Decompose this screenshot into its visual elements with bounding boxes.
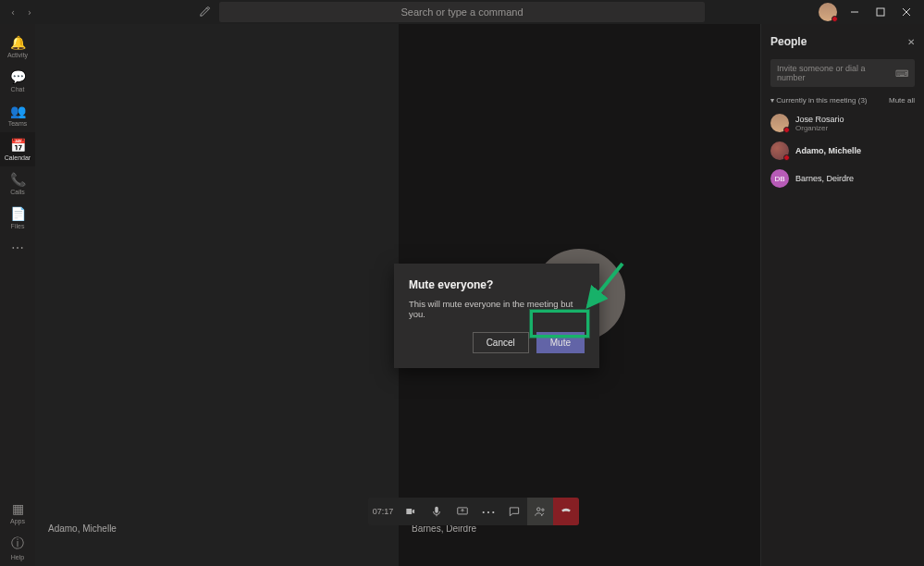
participant-avatar-icon xyxy=(770,142,789,160)
rail-label: Chat xyxy=(11,86,25,92)
rail-label: Activity xyxy=(7,52,28,58)
new-message-icon[interactable] xyxy=(199,5,212,20)
rail-label: Teams xyxy=(8,120,28,127)
dialpad-icon[interactable]: ⌨ xyxy=(895,68,908,79)
nav-forward[interactable]: › xyxy=(22,5,37,19)
section-chevron[interactable]: ▾ Currently in this meeting (3) xyxy=(770,96,868,105)
participant-name: Barnes, Deirdre xyxy=(795,174,854,183)
rail-apps[interactable]: ▦ Apps xyxy=(0,496,35,530)
rail-more[interactable]: ⋯ xyxy=(0,235,35,261)
rail-label: Calls xyxy=(10,189,25,195)
window-minimize[interactable] xyxy=(846,4,863,20)
mute-button[interactable]: Mute xyxy=(536,332,585,353)
nav-back[interactable]: ‹ xyxy=(6,5,20,19)
invite-input[interactable]: Invite someone or dial a number ⌨ xyxy=(770,59,915,87)
help-icon: ⓘ xyxy=(11,535,24,552)
rail-label: Help xyxy=(11,554,24,560)
dialog-title: Mute everyone? xyxy=(409,278,585,291)
more-icon: ⋯ xyxy=(11,240,24,255)
calls-icon: 📞 xyxy=(10,172,26,187)
bell-icon: 🔔 xyxy=(10,35,26,50)
rail-calendar[interactable]: 📅 Calendar xyxy=(0,132,35,166)
app-rail: 🔔 Activity 💬 Chat 👥 Teams 📅 Calendar 📞 C… xyxy=(0,24,35,566)
window-close[interactable] xyxy=(898,4,915,20)
presence-badge xyxy=(783,127,790,133)
rail-label: Apps xyxy=(10,518,25,524)
svg-rect-1 xyxy=(877,8,884,16)
files-icon: 📄 xyxy=(10,206,26,221)
participant-name: Jose Rosario xyxy=(795,115,844,124)
rail-teams[interactable]: 👥 Teams xyxy=(0,98,35,132)
dialog-body: This will mute everyone in the meeting b… xyxy=(409,299,585,319)
presence-badge xyxy=(783,154,790,161)
participant-row[interactable]: Adamo, Michelle xyxy=(770,142,915,160)
profile-avatar[interactable] xyxy=(819,3,837,21)
participant-role: Organizer xyxy=(795,124,844,132)
panel-close-button[interactable]: ✕ xyxy=(907,37,915,47)
participant-avatar-icon: DB xyxy=(770,169,789,188)
rail-label: Calendar xyxy=(5,154,31,161)
participant-row[interactable]: DB Barnes, Deirdre xyxy=(770,169,915,188)
search-placeholder: Search or type a command xyxy=(400,6,523,18)
cancel-button[interactable]: Cancel xyxy=(473,332,529,353)
rail-files[interactable]: 📄 Files xyxy=(0,201,35,235)
search-input[interactable]: Search or type a command xyxy=(219,2,705,22)
teams-icon: 👥 xyxy=(10,104,26,118)
participant-row[interactable]: Jose Rosario Organizer xyxy=(770,114,915,132)
rail-activity[interactable]: 🔔 Activity xyxy=(0,30,35,64)
people-panel: People ✕ Invite someone or dial a number… xyxy=(760,24,924,566)
participant-avatar-icon xyxy=(770,114,789,132)
window-maximize[interactable] xyxy=(872,4,889,20)
mute-all-link[interactable]: Mute all xyxy=(889,96,915,105)
mute-everyone-dialog: Mute everyone? This will mute everyone i… xyxy=(394,264,599,368)
rail-calls[interactable]: 📞 Calls xyxy=(0,166,35,201)
participant-name: Adamo, Michelle xyxy=(795,146,861,155)
panel-title: People xyxy=(770,35,807,48)
rail-chat[interactable]: 💬 Chat xyxy=(0,64,35,98)
rail-label: Files xyxy=(11,223,25,229)
chat-icon: 💬 xyxy=(10,69,26,84)
apps-icon: ▦ xyxy=(12,501,24,516)
rail-help[interactable]: ⓘ Help xyxy=(0,530,35,566)
calendar-icon: 📅 xyxy=(10,138,26,153)
invite-placeholder: Invite someone or dial a number xyxy=(777,64,895,82)
presence-badge xyxy=(832,16,838,22)
